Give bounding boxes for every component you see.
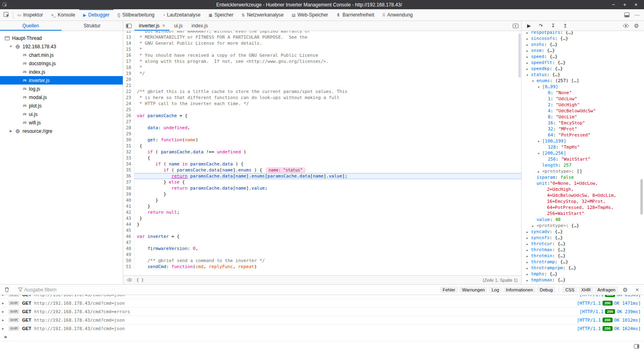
line-number-gutter[interactable]: 32 bbox=[123, 149, 134, 155]
line-number-gutter[interactable]: 20 bbox=[123, 76, 134, 83]
line-number-gutter[interactable]: 13 bbox=[123, 34, 134, 40]
scope-row-[200…256][interactable]: ▼[200…256] bbox=[522, 150, 644, 156]
console-network-row[interactable]: ▶XHRGEThttp://192.168.178.43/cmd?cmd=jso… bbox=[0, 316, 644, 324]
scope-row-<prototype>[interactable]: ▶<prototype>: {…} bbox=[522, 223, 644, 229]
line-number-gutter[interactable]: 18 bbox=[123, 64, 134, 70]
scope-row-syncofs[interactable]: ▶syncofs: {…} bbox=[522, 235, 644, 241]
scope-row-speedflt[interactable]: ▶speedflt: {…} bbox=[522, 60, 644, 66]
line-number-gutter[interactable]: 21 bbox=[123, 83, 134, 89]
line-number-gutter[interactable]: 44 bbox=[123, 221, 134, 227]
line-number-gutter[interactable]: 48 bbox=[123, 246, 134, 252]
collapsed-twisty-icon[interactable]: ▶ bbox=[526, 48, 531, 54]
source-tab-inverter.js[interactable]: inverter.js× bbox=[134, 21, 169, 31]
devtools-tab-laufzeitanalyse[interactable]: ◔Laufzeitanalyse bbox=[159, 9, 204, 21]
deactivate-breakpoints-eye-icon[interactable] bbox=[621, 21, 631, 31]
devtools-tab-web-speicher[interactable]: ▤Web-Speicher bbox=[288, 9, 332, 21]
scope-row-<prototype>[interactable]: ▶<prototype>: [] bbox=[522, 168, 644, 174]
line-number-gutter[interactable]: 43 bbox=[123, 215, 134, 221]
console-filter-log[interactable]: Log bbox=[489, 287, 502, 293]
line-number-gutter[interactable]: 25 bbox=[123, 107, 134, 113]
console-filter-anfragen[interactable]: Anfragen bbox=[594, 287, 618, 293]
console-filter-xhr[interactable]: XHR bbox=[578, 287, 593, 293]
line-number-gutter[interactable]: 36 bbox=[123, 173, 134, 179]
collapsed-twisty-icon[interactable]: ▶ bbox=[526, 278, 531, 283]
step-in-button[interactable]: ↧ bbox=[548, 21, 558, 30]
expanded-twisty-icon[interactable]: ▼ bbox=[538, 85, 542, 90]
tree-file-ui.js[interactable]: JSui.js bbox=[0, 110, 123, 118]
request-url[interactable]: http://192.168.178.43/cmd?cmd=errors bbox=[34, 309, 577, 314]
scope-row-tmphsmax[interactable]: ▶tmphsmax: {…} bbox=[522, 277, 644, 283]
collapsed-twisty-icon[interactable]: ▶ bbox=[538, 169, 542, 174]
line-number-gutter[interactable]: 47 bbox=[123, 240, 134, 246]
tree-file-docstrings.js[interactable]: JSdocstrings.js bbox=[0, 59, 123, 68]
line-number-gutter[interactable]: 45 bbox=[123, 227, 134, 233]
line-number-gutter[interactable]: 34 bbox=[123, 161, 134, 167]
line-number-gutter[interactable]: 41 bbox=[123, 203, 134, 209]
console-filter-warnungen[interactable]: Warnungen bbox=[459, 287, 487, 293]
console-filter-fehler[interactable]: Fehler bbox=[440, 287, 458, 293]
request-url[interactable]: http://192.168.178.43/cmd?cmd=json bbox=[34, 301, 574, 306]
scope-row-sincosofs[interactable]: ▶sincosofs: {…} bbox=[522, 35, 644, 41]
collapsed-twisty-icon[interactable]: ▶ bbox=[526, 266, 531, 271]
line-number-gutter[interactable]: 15 bbox=[123, 46, 134, 52]
collapsed-twisty-icon[interactable]: ▶ bbox=[526, 42, 531, 47]
console-network-row[interactable]: ▶XHRGEThttp://192.168.178.43/cmd?cmd=jso… bbox=[0, 299, 644, 308]
line-number-gutter[interactable]: 24 bbox=[123, 101, 134, 107]
preview-eye-icon[interactable] bbox=[127, 278, 132, 282]
source-tab-index.js[interactable]: index.js bbox=[187, 21, 213, 31]
line-number-gutter[interactable]: 38 bbox=[123, 185, 134, 191]
devtools-tab-speicher[interactable]: ▦Speicher bbox=[204, 9, 237, 21]
collapsed-twisty-icon[interactable]: ▶ bbox=[526, 254, 531, 259]
collapsed-twisty-icon[interactable]: ▶ bbox=[526, 36, 531, 41]
line-number-gutter[interactable]: 31 bbox=[123, 143, 134, 149]
collapsed-twisty-icon[interactable]: ▶ bbox=[2, 310, 6, 314]
line-number-gutter[interactable]: 50 bbox=[123, 258, 134, 264]
tree-file-plot.js[interactable]: JSplot.js bbox=[0, 101, 123, 110]
line-number-gutter[interactable]: 51 bbox=[123, 264, 134, 270]
tree-group-192.168.178.43[interactable]: ▼192.168.178.43 bbox=[0, 42, 123, 51]
pick-element-button[interactable] bbox=[0, 9, 13, 21]
collapsed-twisty-icon[interactable]: ▶ bbox=[526, 60, 531, 66]
line-number-gutter[interactable]: 19 bbox=[123, 70, 134, 76]
tree-file-inverter.js[interactable]: JSinverter.js bbox=[0, 76, 123, 85]
collapsed-twisty-icon[interactable]: ▶ bbox=[526, 235, 531, 241]
console-settings-gear-icon[interactable]: ⚙ bbox=[620, 285, 630, 295]
tree-file-chart.min.js[interactable]: JSchart.min.js bbox=[0, 51, 123, 59]
close-split-console-icon[interactable]: × bbox=[632, 285, 642, 295]
expanded-twisty-icon[interactable]: ▼ bbox=[538, 151, 542, 156]
console-filter-input[interactable] bbox=[24, 287, 137, 293]
line-number-gutter[interactable]: 22 bbox=[123, 89, 134, 95]
scope-row-[0…99][interactable]: ▼[0…99] bbox=[522, 84, 644, 90]
collapsed-twisty-icon[interactable]: ▶ bbox=[526, 248, 531, 253]
console-filter-debug[interactable]: Debug bbox=[537, 287, 555, 293]
request-url[interactable]: http://192.168.178.43/cmd?cmd=json bbox=[34, 318, 574, 323]
line-number-gutter[interactable]: 39 bbox=[123, 191, 134, 197]
line-number-gutter[interactable]: 37 bbox=[123, 179, 134, 185]
scope-row-throtramprpm[interactable]: ▶throtramprpm: {…} bbox=[522, 265, 644, 271]
line-number-gutter[interactable]: 27 bbox=[123, 119, 134, 125]
toggle-sidebar-icon[interactable] bbox=[631, 341, 642, 351]
console-filter-css[interactable]: CSS bbox=[562, 287, 577, 293]
collapsed-twisty-icon[interactable]: ▶ bbox=[532, 223, 537, 229]
line-number-gutter[interactable]: 40 bbox=[123, 197, 134, 203]
expanded-twisty-icon[interactable]: ▼ bbox=[538, 139, 542, 144]
collapse-sources-panel-icon[interactable] bbox=[123, 21, 134, 31]
panel-tab-struktur[interactable]: Struktur bbox=[62, 21, 123, 31]
collapsed-twisty-icon[interactable]: ▶ bbox=[526, 54, 531, 60]
line-number-gutter[interactable]: 29 bbox=[123, 131, 134, 137]
tree-file-modal.js[interactable]: JSmodal.js bbox=[0, 93, 123, 101]
devtools-tab-barrierefreiheit[interactable]: Barrierefreiheit bbox=[332, 9, 378, 21]
minimize-button[interactable]: − bbox=[608, 2, 619, 8]
collapsed-twisty-icon[interactable]: ▶ bbox=[2, 327, 6, 330]
scope-row-[100…199][interactable]: ▼[100…199] bbox=[522, 138, 644, 144]
devtools-tab-stilbearbeitung[interactable]: {}Stilbearbeitung bbox=[114, 9, 159, 21]
scope-row-throtmax[interactable]: ▶throtmax: {…} bbox=[522, 247, 644, 253]
console-network-row[interactable]: ▶XHRGEThttp://192.168.178.43/cmd?cmd=err… bbox=[0, 308, 644, 316]
line-number-gutter[interactable]: 23 bbox=[123, 95, 134, 101]
tree-file-log.js[interactable]: JSlog.js bbox=[0, 85, 123, 93]
line-number-gutter[interactable]: 28 bbox=[123, 125, 134, 131]
collapsed-twisty-icon[interactable]: ▶ bbox=[9, 129, 13, 133]
request-url[interactable]: http://192.168.178.43/cmd?cmd=json bbox=[34, 295, 577, 297]
tree-file-index.js[interactable]: JSindex.js bbox=[0, 68, 123, 76]
expand-panes-icon[interactable] bbox=[510, 21, 521, 31]
